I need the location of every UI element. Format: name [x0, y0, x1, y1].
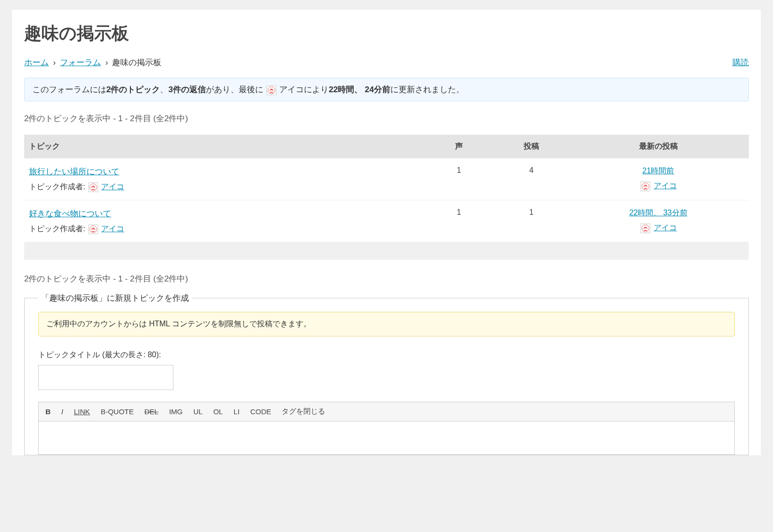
table-row: 旅行したい場所について トピック作成者: アイコ 1 4 21時間前	[24, 158, 749, 200]
breadcrumb-sep: ›	[105, 58, 108, 67]
toolbar-bquote-button[interactable]: B-QUOTE	[100, 407, 133, 416]
toolbar-bold-button[interactable]: B	[45, 407, 51, 416]
topic-title-input[interactable]	[38, 365, 173, 390]
avatar-icon	[88, 182, 98, 192]
th-topic: トピック	[24, 135, 423, 158]
breadcrumb-current: 趣味の掲示板	[112, 58, 161, 67]
notice-replies: 3件の返信	[168, 85, 205, 94]
topic-link[interactable]: 好きな食べ物について	[29, 209, 111, 218]
topic-author-link[interactable]: アイコ	[101, 224, 124, 233]
freshness-author: アイコ	[573, 181, 744, 191]
toolbar-ul-button[interactable]: UL	[193, 407, 202, 416]
fieldset-legend: 「趣味の掲示板」に新規トピックを作成	[38, 293, 192, 304]
cell-posts: 1	[495, 200, 568, 242]
forum-notice: このフォーラムには2件のトピック、3件の返信があり、最後に アイコにより22時間…	[24, 78, 749, 101]
notice-author: アイコ	[279, 85, 304, 94]
toolbar-del-button[interactable]: DEL	[144, 407, 158, 416]
topic-meta: トピック作成者: アイコ	[29, 182, 418, 192]
breadcrumb-sep: ›	[53, 58, 56, 67]
breadcrumb: ホーム › フォーラム › 趣味の掲示板	[24, 57, 161, 68]
notice-text: があり、最後に	[206, 85, 263, 94]
avatar-icon	[267, 85, 276, 95]
cell-voices: 1	[423, 158, 495, 200]
cell-posts: 4	[495, 158, 568, 200]
avatar-icon	[641, 224, 650, 233]
notice-text: により	[304, 85, 329, 94]
th-freshness: 最新の投稿	[568, 135, 749, 158]
notice-topics: 2件のトピック	[106, 85, 160, 94]
freshness-author: アイコ	[573, 223, 744, 233]
th-post: 投稿	[495, 135, 568, 158]
avatar-icon	[641, 182, 650, 191]
table-footer	[24, 242, 749, 260]
starter-label: トピック作成者:	[29, 182, 85, 191]
pagination-top: 2件のトピックを表示中 - 1 - 2件目 (全2件中)	[24, 113, 749, 124]
notice-text: に更新されました。	[390, 85, 464, 94]
cell-voices: 1	[423, 200, 495, 242]
toolbar-link-button[interactable]: LINK	[74, 407, 90, 416]
title-label: トピックタイトル (最大の長さ: 80):	[38, 350, 735, 360]
topic-table: トピック 声 投稿 最新の投稿 旅行したい場所について トピック作成者: アイコ	[24, 135, 749, 260]
topic-meta: トピック作成者: アイコ	[29, 224, 418, 234]
new-topic-fieldset: 「趣味の掲示板」に新規トピックを作成 ご利用中のアカウントからは HTML コン…	[24, 298, 749, 455]
breadcrumb-forums[interactable]: フォーラム	[60, 58, 101, 67]
topic-author-link[interactable]: アイコ	[101, 182, 124, 191]
starter-label: トピック作成者:	[29, 224, 85, 233]
freshness-time-link[interactable]: 22時間、 33分前	[629, 209, 687, 217]
last-author-link[interactable]: アイコ	[654, 224, 677, 232]
page-title: 趣味の掲示板	[24, 22, 749, 45]
toolbar-italic-button[interactable]: I	[61, 407, 63, 416]
breadcrumb-row: ホーム › フォーラム › 趣味の掲示板 購読	[24, 57, 749, 68]
notice-text: このフォーラムには	[32, 85, 106, 94]
toolbar-code-button[interactable]: CODE	[250, 407, 271, 416]
pagination-bottom: 2件のトピックを表示中 - 1 - 2件目 (全2件中)	[24, 273, 749, 284]
avatar-icon	[88, 224, 98, 234]
toolbar-close-tags-button[interactable]: タグを閉じる	[282, 407, 325, 416]
editor-textarea[interactable]	[38, 421, 735, 455]
last-author-link[interactable]: アイコ	[654, 182, 677, 190]
th-voice: 声	[423, 135, 495, 158]
table-row: 好きな食べ物について トピック作成者: アイコ 1 1 22時間、 33分前	[24, 200, 749, 242]
notice-time: 22時間、 24分前	[329, 85, 390, 94]
editor-toolbar: B I LINK B-QUOTE DEL IMG UL OL LI CODE タ…	[38, 402, 735, 421]
main-container: 趣味の掲示板 ホーム › フォーラム › 趣味の掲示板 購読 このフォーラムには…	[12, 10, 761, 455]
subscribe-link[interactable]: 購読	[732, 57, 749, 68]
breadcrumb-home[interactable]: ホーム	[24, 58, 49, 67]
notice-text: 、	[160, 85, 168, 94]
topic-link[interactable]: 旅行したい場所について	[29, 167, 119, 176]
freshness-time-link[interactable]: 21時間前	[643, 167, 674, 175]
html-warning: ご利用中のアカウントからは HTML コンテンツを制限無しで投稿できます。	[38, 312, 735, 336]
toolbar-li-button[interactable]: LI	[233, 407, 240, 416]
toolbar-ol-button[interactable]: OL	[213, 407, 223, 416]
toolbar-img-button[interactable]: IMG	[169, 407, 183, 416]
